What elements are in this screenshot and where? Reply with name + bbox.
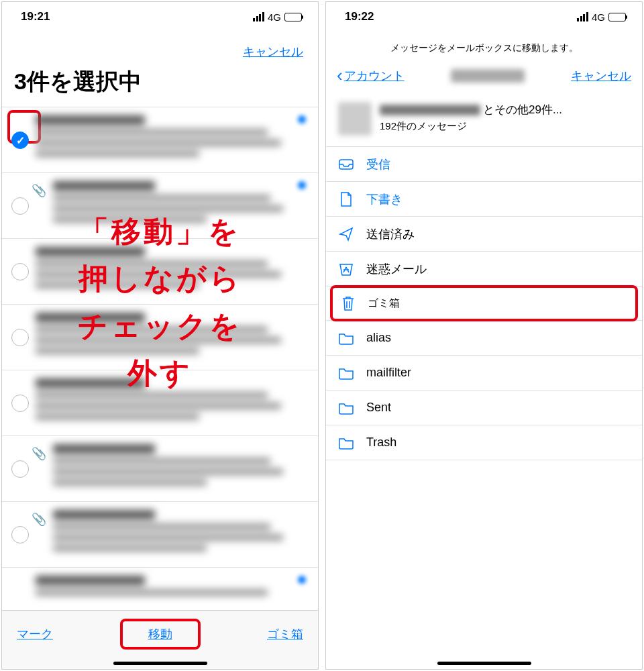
back-button[interactable]: ‹ アカウント [337,65,405,86]
status-bar: 19:22 4G [326,2,642,32]
page-subtitle: メッセージをメールボックスに移動します。 [326,32,642,61]
mail-item[interactable]: 📎 [2,436,318,502]
cancel-button[interactable]: キャンセル [243,45,303,58]
blurred-content [53,444,309,486]
folder-label: 送信済み [366,226,415,242]
blurred-content [36,378,309,420]
folder-label: mailfilter [366,366,411,380]
signal-icon [253,12,264,21]
blurred-thumbnail [338,102,372,136]
mail-list[interactable]: 📎 📎 [2,107,318,610]
checkbox-checked-icon[interactable] [11,132,29,149]
cancel-button[interactable]: キャンセル [571,68,631,84]
folder-label: ゴミ箱 [368,297,400,311]
network-label: 4G [268,11,281,23]
trash-icon [341,295,356,311]
status-right: 4G [577,11,626,23]
annotation-box-trash: ゴミ箱 [330,285,638,321]
blurred-sender [380,105,480,115]
message-summary: とその他29件... 192件のメッセージ [326,95,642,147]
mail-item[interactable]: 📎 [2,502,318,568]
status-right: 4G [253,11,302,23]
mail-item[interactable] [2,568,318,610]
checkbox-icon[interactable] [11,395,29,412]
nav-row: ‹ アカウント キャンセル [326,61,642,95]
folder-item[interactable]: 受信 [326,147,642,182]
mail-item[interactable] [2,239,318,305]
junk-icon [338,262,354,276]
draft-icon [338,191,354,207]
folder-item[interactable]: 迷惑メール [326,252,642,287]
battery-icon [608,13,626,21]
attachment-icon: 📎 [32,183,46,198]
blurred-content [53,510,309,552]
move-button[interactable]: 移動 [148,626,172,642]
folder-list: 受信 下書き 送信済み 迷惑メール ゴミ箱 alias mailfilter S… [326,147,642,657]
summary-suffix: とその他29件... [483,102,562,117]
blurred-content [36,115,309,157]
folder-item[interactable]: Trash [326,425,642,460]
attachment-icon: 📎 [32,446,46,461]
folder-item-trash[interactable]: ゴミ箱 [326,285,642,321]
home-indicator [113,662,207,665]
battery-icon [284,13,302,21]
folder-icon [338,366,354,380]
toolbar: マーク 移動 ゴミ箱 [2,610,318,657]
status-time: 19:21 [21,10,50,23]
status-bar: 19:21 4G [2,2,318,32]
blurred-account-name [451,69,525,83]
chevron-left-icon: ‹ [337,65,343,86]
unread-dot-icon [298,181,306,189]
folder-item[interactable]: mailfilter [326,356,642,391]
phone-right: 19:22 4G メッセージをメールボックスに移動します。 ‹ アカウント キャ… [325,1,643,670]
blurred-content [53,181,309,223]
mark-button[interactable]: マーク [17,626,53,642]
folder-label: Trash [366,435,396,450]
home-indicator [437,662,531,665]
blurred-content [36,576,309,596]
folder-item[interactable]: 送信済み [326,217,642,252]
phone-left: 19:21 4G キャンセル 3件を選択中 📎 [1,1,319,670]
signal-icon [577,12,588,21]
folder-label: Sent [366,401,391,415]
message-count: 192件のメッセージ [380,120,562,133]
attachment-icon: 📎 [32,512,46,527]
folder-icon [338,401,354,415]
folder-label: 受信 [366,156,390,172]
sent-icon [338,226,354,242]
checkbox-icon[interactable] [11,197,29,215]
mail-item[interactable]: 📎 [2,173,318,239]
checkbox-icon[interactable] [11,526,29,544]
checkbox-icon[interactable] [11,460,29,478]
folder-item[interactable]: alias [326,321,642,356]
mail-item[interactable] [2,305,318,370]
back-label: アカウント [344,68,405,84]
checkbox-icon[interactable] [11,329,29,346]
mail-item[interactable] [2,370,318,436]
folder-icon [338,436,354,450]
blurred-content [36,313,309,354]
status-time: 19:22 [345,10,374,23]
inbox-icon [338,158,354,171]
trash-button[interactable]: ゴミ箱 [267,626,303,642]
folder-label: 迷惑メール [366,261,427,277]
unread-dot-icon [298,115,306,123]
page-title: 3件を選択中 [2,64,318,107]
folder-label: alias [366,331,391,345]
network-label: 4G [592,11,605,23]
blurred-content [36,247,309,289]
folder-icon [338,331,354,345]
checkbox-icon[interactable] [11,263,29,280]
mail-item[interactable] [2,107,318,173]
folder-label: 下書き [366,191,402,207]
unread-dot-icon [298,576,306,584]
folder-item[interactable]: 下書き [326,182,642,217]
folder-item[interactable]: Sent [326,391,642,425]
